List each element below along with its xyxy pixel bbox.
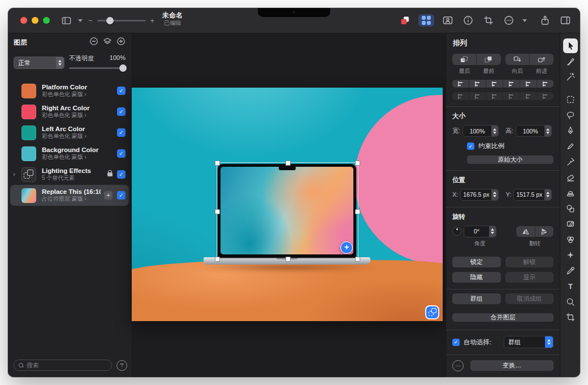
share-icon[interactable] [538, 14, 552, 27]
lasso-tool[interactable] [563, 108, 578, 123]
x-stepper[interactable]: 1676.5 px [460, 189, 499, 201]
zoom-out-button[interactable]: − [88, 16, 93, 25]
angle-stepper-arrows[interactable] [489, 226, 496, 237]
eraser-tool[interactable] [563, 170, 578, 185]
crop-rotate-icon[interactable] [482, 14, 495, 27]
layer-mask-link[interactable]: 蒙版 › [72, 196, 87, 202]
selection-handle[interactable] [215, 257, 220, 262]
layer-row-background-color[interactable]: Background Color 彩色单色化 蒙版 › [8, 143, 131, 164]
eyedropper-tool[interactable] [563, 263, 578, 278]
add-media-button[interactable]: + [340, 241, 353, 254]
magic-wand-tool[interactable] [563, 70, 578, 84]
align-top-button[interactable] [503, 80, 520, 88]
effects-tool[interactable] [563, 248, 578, 262]
sidebar-chevron-icon[interactable] [78, 19, 83, 22]
width-stepper-arrows[interactable] [491, 126, 498, 136]
layer-mask-link[interactable]: 蒙版 › [72, 133, 87, 139]
auto-select-dropdown[interactable]: 群组 [504, 336, 554, 348]
remove-layer-icon[interactable] [89, 37, 98, 48]
color-swatches-icon[interactable] [398, 14, 412, 27]
distribute-right-button[interactable] [486, 92, 503, 100]
distribute-center-h-button[interactable] [469, 92, 486, 100]
style-brush-tool[interactable] [563, 54, 578, 69]
layer-row-left-arc-color[interactable]: Left Arc Color 彩色单色化 蒙版 › [8, 122, 131, 143]
replace-placeholder-badge[interactable] [426, 306, 438, 318]
sidebar-toggle-icon[interactable] [60, 14, 72, 27]
align-middle-v-button[interactable] [520, 80, 537, 88]
search-input[interactable] [27, 362, 107, 369]
canvas-area[interactable]: + [131, 33, 446, 377]
selection-handle[interactable] [215, 209, 220, 214]
templates-grid-icon[interactable] [418, 14, 434, 27]
hide-button[interactable]: 隐藏 [452, 272, 501, 283]
opacity-slider-knob[interactable] [119, 64, 127, 72]
y-stepper-arrows[interactable] [544, 189, 551, 200]
selection-handle[interactable] [286, 257, 291, 262]
rotation-dial[interactable] [452, 227, 461, 236]
merge-layers-button[interactable]: 合并图层 [452, 313, 554, 322]
layer-mask-link[interactable]: 蒙版 › [72, 112, 87, 118]
layer-row-right-arc-color[interactable]: Right Arc Color 彩色单色化 蒙版 › [8, 101, 131, 122]
ungroup-button[interactable]: 取消成组 [505, 293, 554, 304]
group-button[interactable]: 群组 [452, 293, 501, 304]
color-adjust-tool[interactable] [563, 232, 578, 247]
pencil-tool[interactable] [563, 139, 578, 154]
layer-visibility-checkbox[interactable] [117, 107, 126, 116]
layer-row-replace-this[interactable]: Replace This (16:10… 占位符图层 蒙版 › + [10, 185, 129, 206]
align-right-button[interactable] [486, 80, 503, 88]
y-stepper[interactable]: 1517.5 px [513, 189, 552, 201]
distribute-left-button[interactable] [452, 92, 469, 100]
marquee-select-tool[interactable] [563, 92, 578, 107]
right-panel-toggle-icon[interactable] [559, 14, 572, 27]
add-layer-icon[interactable] [116, 37, 126, 48]
more-ellipsis-icon[interactable] [502, 14, 516, 27]
layer-mask-link[interactable]: 蒙版 › [72, 91, 87, 97]
paint-brush-tool[interactable] [563, 154, 578, 169]
layer-visibility-checkbox[interactable] [117, 128, 126, 137]
align-center-h-button[interactable] [469, 80, 486, 88]
send-backward-button[interactable] [505, 54, 529, 65]
add-replacement-button[interactable]: + [104, 191, 113, 200]
zoom-slider[interactable] [97, 20, 146, 21]
constrain-proportions-checkbox[interactable] [467, 142, 474, 150]
selection-handle[interactable] [355, 209, 360, 214]
align-bottom-button[interactable] [537, 80, 554, 88]
height-stepper[interactable]: 100% [516, 125, 552, 137]
blend-mode-select[interactable]: 正常 [14, 57, 64, 69]
opacity-slider[interactable] [69, 67, 126, 69]
minimize-window-button[interactable] [32, 17, 38, 24]
layer-visibility-checkbox[interactable] [117, 149, 126, 158]
fullscreen-window-button[interactable] [43, 17, 50, 24]
original-size-button[interactable]: 原始大小 [467, 155, 554, 164]
auto-select-stepper[interactable] [545, 336, 553, 348]
disclosure-chevron-icon[interactable] [13, 170, 15, 178]
contact-card-icon[interactable] [441, 14, 455, 27]
align-left-button[interactable] [452, 80, 469, 88]
selection-handle[interactable] [355, 257, 360, 262]
blend-mode-stepper[interactable] [56, 57, 64, 68]
selection-handle[interactable] [215, 161, 220, 166]
auto-select-checkbox[interactable] [452, 339, 460, 346]
clone-stamp-tool[interactable] [563, 185, 578, 200]
flip-horizontal-button[interactable] [516, 226, 535, 237]
crop-tool[interactable] [563, 310, 578, 325]
transform-button[interactable]: 变换… [470, 360, 554, 371]
x-stepper-arrows[interactable] [491, 189, 498, 200]
bring-to-front-button[interactable] [476, 54, 500, 65]
text-tool[interactable]: T [563, 279, 578, 293]
layer-row-platform-color[interactable]: Platform Color 彩色单色化 蒙版 › [8, 80, 131, 101]
more-chevron-icon[interactable] [522, 19, 527, 22]
layer-search-field[interactable] [14, 360, 112, 371]
search-filter-button[interactable] [116, 360, 127, 371]
info-icon[interactable] [461, 14, 475, 27]
layer-visibility-checkbox[interactable] [117, 86, 126, 95]
gradient-tool[interactable] [563, 217, 578, 231]
layer-visibility-checkbox[interactable] [117, 191, 126, 200]
shapes-tool[interactable] [563, 201, 578, 216]
distribute-bottom-button[interactable] [537, 92, 554, 100]
send-to-back-button[interactable] [452, 54, 476, 65]
close-window-button[interactable] [20, 17, 27, 24]
layer-row-lighting-effects[interactable]: Lighting Effects 5 个替代元素 [8, 164, 131, 185]
flip-vertical-button[interactable] [535, 226, 554, 237]
distribute-top-button[interactable] [503, 92, 520, 100]
